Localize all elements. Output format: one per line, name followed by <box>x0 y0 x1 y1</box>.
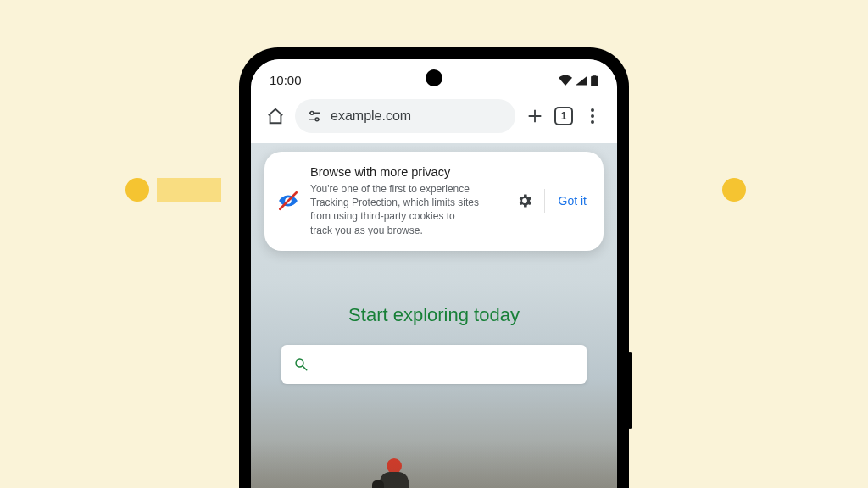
battery-icon <box>591 75 598 86</box>
svg-point-5 <box>315 118 319 121</box>
phone-side-button <box>627 352 632 429</box>
page-content: Browse with more privacy You're one of t… <box>251 143 617 488</box>
status-icons <box>559 75 598 86</box>
omnibox[interactable]: example.com <box>295 99 515 133</box>
camera-hole <box>426 69 442 86</box>
privacy-card-body: You're one of the first to experience Tr… <box>310 182 480 237</box>
menu-button[interactable] <box>581 105 604 127</box>
got-it-button[interactable]: Got it <box>554 189 592 213</box>
svg-line-8 <box>303 366 307 370</box>
decoration-circle-right <box>722 178 746 202</box>
decoration-rect-left <box>157 178 221 202</box>
svg-point-7 <box>296 359 303 367</box>
privacy-eye-icon <box>276 190 300 212</box>
tracking-protection-card: Browse with more privacy You're one of t… <box>264 152 604 251</box>
svg-rect-0 <box>593 75 597 76</box>
phone-screen: 10:00 exa <box>251 59 617 488</box>
privacy-card-text: Browse with more privacy You're one of t… <box>310 165 504 237</box>
tab-switcher-button[interactable]: 1 <box>554 107 573 125</box>
search-icon <box>293 357 309 372</box>
svg-point-4 <box>310 111 314 114</box>
tune-icon <box>307 108 322 124</box>
page-tagline: Start exploring today <box>251 304 617 326</box>
status-bar: 10:00 <box>251 59 617 94</box>
home-icon <box>266 107 285 125</box>
privacy-card-actions: Got it <box>514 189 592 213</box>
privacy-settings-button[interactable] <box>514 190 536 212</box>
home-button[interactable] <box>264 105 287 127</box>
browser-toolbar: example.com 1 <box>251 94 617 143</box>
divider <box>544 189 545 213</box>
omnibox-url: example.com <box>331 108 411 124</box>
gear-icon <box>516 192 533 209</box>
plus-icon <box>526 107 544 125</box>
wifi-icon <box>559 75 572 86</box>
hiker-illustration <box>376 458 413 488</box>
privacy-card-title: Browse with more privacy <box>310 165 504 179</box>
page-search-input[interactable] <box>281 345 587 384</box>
more-vert-icon <box>591 108 594 124</box>
signal-icon <box>576 75 587 86</box>
decoration-circle-left <box>125 178 149 202</box>
status-time: 10:00 <box>270 73 302 87</box>
tab-count: 1 <box>561 110 567 122</box>
svg-rect-1 <box>591 75 598 86</box>
new-tab-button[interactable] <box>524 105 546 127</box>
phone-frame: 10:00 exa <box>239 47 629 488</box>
